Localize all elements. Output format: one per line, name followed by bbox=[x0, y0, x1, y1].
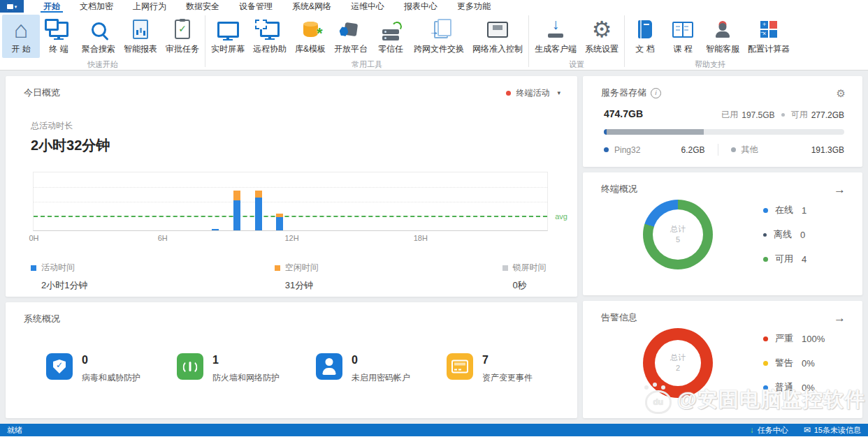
ribbon-divider bbox=[205, 15, 205, 67]
bar-segment bbox=[276, 214, 283, 217]
menu-tab-ops-center[interactable]: 运维中心 bbox=[341, 0, 394, 13]
ribbon-item-remote-assist[interactable]: 远程协助 bbox=[249, 15, 291, 58]
legend-item-available: 可用4 bbox=[763, 253, 806, 265]
avg-label: avg bbox=[555, 212, 567, 221]
storage-used-free: 已用197.5GB 可用277.2GB bbox=[721, 109, 844, 121]
x-tick: 6H bbox=[158, 234, 168, 242]
bar-segment bbox=[212, 229, 219, 230]
wifi-signal-icon bbox=[177, 353, 203, 380]
ribbon-item-smart-support[interactable]: 智能客服 bbox=[702, 15, 744, 58]
legend-item-critical: 严重100% bbox=[763, 332, 825, 345]
ribbon-item-smart-report[interactable]: 智能报表 bbox=[120, 15, 161, 58]
legend-dot bbox=[763, 361, 768, 366]
panel-alerts: 告警信息 总计 2 严重100% bbox=[583, 301, 862, 418]
remote-assist-icon bbox=[260, 22, 280, 37]
panel-title: 终端概况 bbox=[601, 183, 637, 195]
ribbon-item-cross-network-file-exchange[interactable]: 跨网文件交换 bbox=[410, 15, 468, 58]
legend-dot bbox=[763, 257, 768, 262]
activity-legend: 活动时间 2小时1分钟 空闲时间 31分钟 锁屏时间 0秒 bbox=[6, 246, 577, 292]
stat-virus-threat-protection[interactable]: 0 病毒和威胁防护 bbox=[46, 353, 140, 384]
info-icon[interactable] bbox=[651, 88, 661, 98]
stat-asset-change-events[interactable]: 7 资产变更事件 bbox=[447, 353, 533, 384]
legend-swatch bbox=[31, 265, 36, 271]
ribbon-item-config-calculator[interactable]: 配置计算器 bbox=[744, 15, 794, 58]
shield-check-icon bbox=[46, 353, 73, 380]
donut-center: 总计 5 bbox=[653, 209, 703, 260]
panel-terminal-overview: 终端概况 总计 5 在线1 bbox=[583, 172, 862, 295]
screen-icon bbox=[217, 22, 239, 38]
arrow-right-icon[interactable] bbox=[834, 184, 846, 195]
ribbon-group-label: 常用工具 bbox=[207, 58, 527, 72]
menu-tab-data-security[interactable]: 数据安全 bbox=[176, 0, 229, 13]
doc-book-icon bbox=[638, 20, 652, 38]
ribbon-item-zero-trust[interactable]: 零信任 bbox=[372, 15, 410, 58]
chevron-down-icon: ▾ bbox=[15, 4, 17, 9]
ribbon-item-approval-tasks[interactable]: 审批任务 bbox=[161, 15, 203, 58]
bar-segment bbox=[233, 200, 240, 230]
task-center-button[interactable]: 任务中心 bbox=[750, 425, 788, 436]
arrow-right-icon[interactable] bbox=[834, 312, 846, 324]
donut-center: 总计 2 bbox=[655, 340, 701, 386]
menu-tab-web-behavior[interactable]: 上网行为 bbox=[123, 0, 176, 13]
menu-tab-device-mgmt[interactable]: 设备管理 bbox=[229, 0, 282, 13]
storage-progress-bar bbox=[604, 129, 844, 135]
menu-tab-more[interactable]: 更多功能 bbox=[447, 0, 500, 13]
legend-item-normal: 普通0% bbox=[763, 381, 825, 394]
download-icon bbox=[750, 425, 754, 435]
legend-item-offline: 离线0 bbox=[763, 228, 806, 241]
ribbon-item-library-templates[interactable]: 库&模板 bbox=[291, 15, 330, 58]
legend-dot bbox=[763, 233, 767, 237]
chevron-down-icon bbox=[557, 89, 560, 96]
ribbon-item-realtime-screen[interactable]: 实时屏幕 bbox=[207, 15, 249, 58]
report-icon bbox=[133, 20, 148, 39]
menu-tab-report-center[interactable]: 报表中心 bbox=[394, 0, 447, 13]
ribbon-group-settings: 生成客户端 系统设置 设置 bbox=[530, 13, 623, 70]
menu-tab-doc-encrypt[interactable]: 文档加密 bbox=[70, 0, 123, 13]
x-tick: 18H bbox=[414, 234, 428, 242]
unread-messages-button[interactable]: 15条未读信息 bbox=[804, 425, 861, 436]
legend-dot bbox=[604, 147, 609, 152]
panel-title: 服务器存储 bbox=[601, 87, 661, 99]
app-menu-button[interactable]: ▾ bbox=[0, 0, 24, 13]
legend-item-locked: 锁屏时间 0秒 bbox=[502, 262, 560, 292]
ribbon-item-system-settings[interactable]: 系统设置 bbox=[581, 15, 623, 58]
activity-plot bbox=[33, 172, 548, 231]
legend-dot bbox=[763, 208, 768, 213]
database-icon bbox=[303, 22, 318, 37]
ribbon-item-generate-client[interactable]: 生成客户端 bbox=[530, 15, 581, 58]
activity-filter-dropdown[interactable]: 终端活动 bbox=[506, 87, 560, 99]
ribbon-item-docs[interactable]: 文 档 bbox=[626, 15, 664, 58]
gear-icon[interactable] bbox=[837, 88, 846, 98]
stat-firewall-network-protection[interactable]: 1 防火墙和网络防护 bbox=[177, 353, 280, 384]
legend-item-idle: 空闲时间 31分钟 bbox=[275, 262, 502, 292]
ribbon-divider bbox=[624, 15, 625, 67]
avg-line bbox=[34, 216, 547, 217]
terminals-icon bbox=[49, 22, 68, 37]
ribbon-item-courses[interactable]: 课 程 bbox=[664, 15, 702, 58]
filter-label: 终端活动 bbox=[516, 87, 549, 99]
panel-title: 系统概况 bbox=[24, 313, 60, 325]
stat-no-password-accounts[interactable]: 0 未启用密码帐户 bbox=[316, 353, 410, 384]
menu-tab-home[interactable]: 开始 bbox=[34, 0, 70, 13]
legend-swatch bbox=[275, 265, 280, 271]
filter-dot bbox=[506, 91, 511, 96]
legend-dot bbox=[763, 385, 768, 390]
alerts-donut-chart: 总计 2 bbox=[643, 328, 713, 398]
mail-icon bbox=[804, 425, 811, 435]
terminal-donut-chart: 总计 5 bbox=[643, 200, 713, 269]
ribbon-item-terminal[interactable]: 终 端 bbox=[40, 15, 78, 58]
menu-tab-system-network[interactable]: 系统&网络 bbox=[282, 0, 341, 13]
storage-total: 474.7GB bbox=[604, 108, 643, 119]
total-activity-value: 2小时32分钟 bbox=[31, 136, 577, 155]
gridline bbox=[34, 187, 547, 188]
ribbon-item-network-access-control[interactable]: 网络准入控制 bbox=[468, 15, 527, 58]
status-bar: 就绪 任务中心 15条未读信息 bbox=[0, 424, 868, 436]
ribbon-item-open-platform[interactable]: 开放平台 bbox=[330, 15, 372, 58]
ribbon-item-aggregate-search[interactable]: 聚合搜索 bbox=[78, 15, 120, 58]
ribbon-group-quick-start: 开 始 终 端 聚合搜索 智能报表 审批任务 bbox=[2, 13, 203, 70]
main-content: 今日概览 终端活动 总活动时长 2小时32分钟 bbox=[0, 71, 868, 424]
app-menu-icon bbox=[7, 3, 13, 10]
gridline bbox=[34, 202, 547, 202]
ribbon-item-start[interactable]: 开 始 bbox=[2, 15, 40, 58]
support-agent-icon bbox=[714, 21, 731, 38]
